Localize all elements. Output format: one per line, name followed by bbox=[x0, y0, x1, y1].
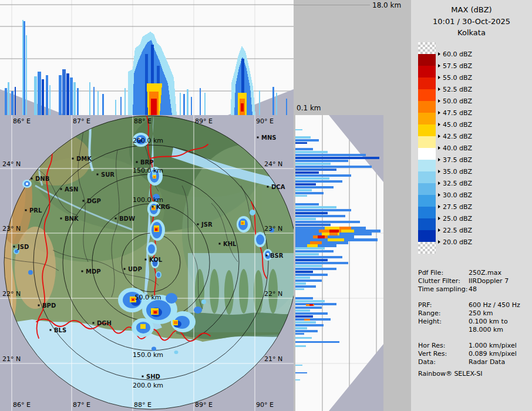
city-dot bbox=[152, 206, 154, 208]
meta-label bbox=[418, 326, 469, 334]
meta-label: Hor Res: bbox=[418, 342, 469, 350]
right-panel-echoes bbox=[295, 129, 381, 380]
meta-row: Time sampling:48 bbox=[418, 285, 531, 294]
scale-color-swatch bbox=[418, 113, 436, 124]
city-dot bbox=[267, 186, 269, 188]
legend-panel: MAX (dBZ) 10:01 / 30-Oct-2025 Kolkata 60… bbox=[411, 0, 532, 411]
max-height-label: 18.0 km bbox=[372, 1, 401, 9]
city-label: SHD bbox=[146, 373, 160, 380]
legend-header: MAX (dBZ) 10:01 / 30-Oct-2025 Kolkata bbox=[411, 0, 532, 39]
city-label: JSD bbox=[17, 244, 29, 250]
city-label: BLS bbox=[54, 327, 66, 333]
latitude-label: 23° N bbox=[264, 225, 282, 233]
city-dot bbox=[72, 158, 74, 160]
longitude-label: 90° E bbox=[256, 117, 274, 125]
scale-color-swatch bbox=[418, 242, 436, 254]
scale-row: 32.5 dBZ bbox=[418, 171, 530, 183]
longitude-label: 86° E bbox=[13, 117, 31, 125]
right-cross-section-plot bbox=[295, 115, 383, 411]
city-dot bbox=[97, 174, 99, 176]
scale-color-swatch bbox=[418, 183, 436, 195]
meta-value: 1.000 km/pixel bbox=[469, 342, 531, 350]
latitude-label: 22° N bbox=[264, 290, 282, 298]
latitude-label: 24° N bbox=[264, 160, 282, 168]
meta-value: 0.100 km to bbox=[469, 318, 531, 326]
scale-row: 25.0 dBZ bbox=[418, 207, 530, 218]
city-label: DNB bbox=[35, 176, 49, 182]
meta-value: Radar Data bbox=[469, 358, 531, 366]
city-dot bbox=[145, 259, 147, 261]
range-ring-label: 150.0 km bbox=[133, 167, 163, 174]
meta-value: 48 bbox=[469, 285, 531, 294]
meta-label: Data: bbox=[418, 358, 469, 366]
longitude-label: 90° E bbox=[256, 401, 274, 409]
height-axis-line bbox=[294, 5, 370, 5]
scale-color-swatch bbox=[418, 230, 436, 242]
latitude-label: 21° N bbox=[2, 355, 21, 363]
software-brand: Rainbow® SELEX-SI bbox=[418, 370, 483, 378]
city-label: BSR bbox=[270, 252, 284, 259]
city-label: BPD bbox=[42, 302, 56, 309]
meta-row: PRF:600 Hz / 450 Hz bbox=[418, 301, 531, 309]
city-label: BRP bbox=[140, 159, 154, 166]
city-dot bbox=[60, 218, 62, 220]
top-cross-section-panel bbox=[0, 0, 294, 115]
city-dot bbox=[83, 200, 85, 202]
latitude-label: 22° N bbox=[2, 290, 21, 298]
scan-datetime: 10:01 / 30-Oct-2025 bbox=[411, 16, 532, 28]
meta-value: 250Z.max bbox=[469, 269, 531, 277]
scale-row: 57.5 dBZ bbox=[418, 54, 530, 66]
city-label: UDP bbox=[128, 266, 142, 272]
scale-color-swatch bbox=[418, 42, 436, 54]
city-dot bbox=[93, 322, 95, 324]
city-dot bbox=[14, 246, 15, 248]
scale-row: 52.5 dBZ bbox=[418, 78, 530, 89]
city-label: KRG bbox=[156, 204, 170, 210]
meta-label: Clutter Filter: bbox=[418, 277, 469, 285]
city-dot bbox=[266, 255, 268, 257]
city-dot bbox=[197, 224, 199, 225]
meta-row: Clutter Filter:IIRDoppler 7 bbox=[418, 277, 531, 285]
scale-row: 45.0 dBZ bbox=[418, 113, 530, 124]
meta-row: Height:0.100 km to bbox=[418, 318, 531, 326]
meta-value: 18.000 km bbox=[469, 326, 531, 334]
city-label: MNS bbox=[261, 134, 277, 141]
city-label: KHL bbox=[223, 241, 237, 247]
meta-value: 0.089 km/pixel bbox=[469, 350, 531, 358]
city-label: PRL bbox=[29, 207, 42, 214]
longitude-label: 86° E bbox=[13, 401, 31, 409]
meta-label: Pdf File: bbox=[418, 269, 469, 277]
city-dot bbox=[115, 218, 117, 220]
radar-display-screen: 18.0 km 0.1 km bbox=[0, 0, 532, 411]
city-dot bbox=[50, 329, 52, 331]
meta-row: 18.000 km bbox=[418, 326, 531, 334]
meta-value: 250 km bbox=[469, 309, 531, 318]
radar-site-name: Kolkata bbox=[411, 27, 532, 39]
right-cross-section-panel bbox=[295, 115, 383, 411]
city-dot bbox=[142, 376, 144, 378]
meta-value: IIRDoppler 7 bbox=[469, 277, 531, 285]
scale-color-swatch bbox=[418, 54, 436, 66]
radar-map: 86° E86° E87° E87° E88° E88° E89° E89° E… bbox=[0, 115, 294, 411]
scale-color-swatch bbox=[418, 195, 436, 207]
longitude-label: 87° E bbox=[73, 117, 90, 125]
city-label: BDW bbox=[119, 215, 135, 222]
latitude-label: 23° N bbox=[2, 225, 21, 233]
latitude-label: 24° N bbox=[2, 160, 21, 168]
scale-row: 30.0 dBZ bbox=[418, 183, 530, 195]
scale-color-swatch bbox=[418, 218, 436, 230]
meta-label: PRF: bbox=[418, 301, 469, 309]
meta-label: Range: bbox=[418, 309, 469, 318]
top-panel-echoes bbox=[5, 20, 287, 115]
meta-value: 600 Hz / 450 Hz bbox=[469, 301, 531, 309]
range-ring-label: 50.0 km bbox=[134, 294, 161, 301]
latitude-label: 21° N bbox=[264, 355, 282, 363]
meta-row: Data:Radar Data bbox=[418, 358, 531, 366]
scale-row: 42.5 dBZ bbox=[418, 124, 530, 136]
meta-label: Time sampling: bbox=[418, 285, 469, 294]
scale-color-swatch bbox=[418, 66, 436, 78]
scale-row: 55.0 dBZ bbox=[418, 66, 530, 78]
range-ring-label: 150.0 km bbox=[133, 351, 163, 359]
range-ring-label: 100.0 km bbox=[133, 196, 163, 204]
longitude-label: 88° E bbox=[134, 401, 151, 409]
